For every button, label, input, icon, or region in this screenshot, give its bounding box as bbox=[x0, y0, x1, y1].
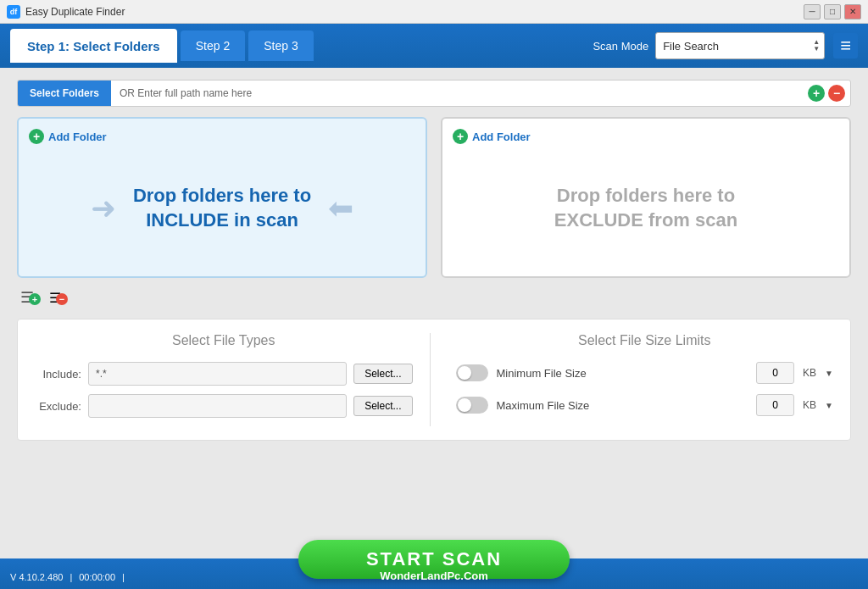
app-header: Step 1: Select Folders Step 2 Step 3 Sca… bbox=[0, 24, 868, 68]
path-input[interactable] bbox=[260, 87, 803, 99]
remove-filter-button[interactable]: ☰ − bbox=[49, 290, 68, 306]
file-types-title: Select File Types bbox=[35, 333, 413, 348]
arrow-right-icon: ➜ bbox=[91, 193, 116, 224]
scan-mode-wrapper: File Search ▲▼ bbox=[655, 32, 825, 59]
close-button[interactable]: ✕ bbox=[844, 4, 861, 19]
file-types-panel: Select File Types Include: Select... Exc… bbox=[35, 333, 431, 426]
path-bar: Select Folders OR Enter full path name h… bbox=[17, 80, 851, 107]
min-unit-dropdown[interactable]: ▼ bbox=[825, 369, 833, 378]
footer-status: V 4.10.2.480 | 00:00:00 | bbox=[10, 572, 125, 582]
add-exclude-folder-button[interactable]: + Add Folder bbox=[453, 129, 839, 144]
include-type-input[interactable] bbox=[88, 362, 347, 386]
file-size-title: Select File Size Limits bbox=[456, 333, 834, 348]
maximize-button[interactable]: □ bbox=[824, 4, 841, 19]
add-include-folder-button[interactable]: + Add Folder bbox=[29, 129, 415, 144]
min-size-label: Minimum File Size bbox=[497, 367, 748, 380]
arrow-left-icon: ⬅ bbox=[328, 193, 353, 224]
time-label: 00:00:00 bbox=[79, 572, 115, 582]
add-overlay-icon: + bbox=[29, 293, 41, 305]
toggle-knob-min bbox=[458, 366, 471, 380]
exclude-select-button[interactable]: Select... bbox=[353, 396, 412, 416]
min-size-toggle[interactable] bbox=[456, 364, 488, 381]
select-folders-button[interactable]: Select Folders bbox=[18, 81, 111, 106]
watermark: WonderLandPc.Com bbox=[380, 570, 488, 582]
main-content: Select Folders OR Enter full path name h… bbox=[0, 68, 868, 558]
window-controls: ─ □ ✕ bbox=[804, 4, 861, 19]
bottom-section: Select File Types Include: Select... Exc… bbox=[17, 319, 851, 441]
remove-path-button[interactable]: − bbox=[828, 85, 845, 102]
file-size-panel: Select File Size Limits Minimum File Siz… bbox=[431, 333, 834, 426]
minimize-button[interactable]: ─ bbox=[804, 4, 821, 19]
scan-mode-label: Scan Mode bbox=[593, 40, 648, 53]
remove-overlay-icon: − bbox=[56, 293, 68, 305]
step2-tab[interactable]: Step 2 bbox=[181, 31, 245, 61]
exclude-drop-body: Drop folders here to EXCLUDE from scan bbox=[453, 151, 839, 266]
max-size-row: Maximum File Size KB ▼ bbox=[456, 394, 834, 416]
title-bar: df Easy Duplicate Finder ─ □ ✕ bbox=[0, 0, 868, 24]
add-filter-button[interactable]: ☰ + bbox=[20, 288, 41, 307]
scan-mode-select[interactable]: File Search bbox=[655, 32, 825, 59]
min-size-input[interactable] bbox=[756, 362, 794, 384]
exclude-type-input[interactable] bbox=[88, 394, 347, 418]
exclude-type-label: Exclude: bbox=[35, 400, 81, 413]
max-size-label: Maximum File Size bbox=[497, 399, 748, 412]
max-size-input[interactable] bbox=[756, 394, 794, 416]
include-select-button[interactable]: Select... bbox=[353, 364, 412, 384]
include-drop-text: Drop folders here to INCLUDE in scan bbox=[133, 184, 311, 232]
min-size-unit: KB bbox=[803, 367, 816, 379]
app-footer: START SCAN V 4.10.2.480 | 00:00:00 | Won… bbox=[0, 558, 868, 589]
include-drop-zone: + Add Folder ➜ Drop folders here to INCL… bbox=[17, 117, 427, 278]
plus-icon: + bbox=[29, 129, 44, 144]
version-label: V 4.10.2.480 bbox=[10, 572, 63, 582]
include-type-label: Include: bbox=[35, 368, 81, 381]
step1-tab[interactable]: Step 1: Select Folders bbox=[10, 29, 177, 63]
exclude-type-row: Exclude: Select... bbox=[35, 394, 413, 418]
max-size-toggle[interactable] bbox=[456, 397, 488, 414]
app-title: Easy Duplicate Finder bbox=[25, 6, 804, 18]
step3-tab[interactable]: Step 3 bbox=[248, 31, 313, 61]
include-type-row: Include: Select... bbox=[35, 362, 413, 386]
toggle-knob-max bbox=[458, 398, 471, 412]
drop-zones-row: + Add Folder ➜ Drop folders here to INCL… bbox=[17, 117, 851, 278]
max-unit-dropdown[interactable]: ▼ bbox=[825, 401, 833, 410]
app-icon: df bbox=[7, 5, 20, 19]
filter-row: ☰ + ☰ − bbox=[17, 288, 851, 307]
exclude-drop-text: Drop folders here to EXCLUDE from scan bbox=[554, 184, 737, 232]
exclude-drop-zone: + Add Folder Drop folders here to EXCLUD… bbox=[441, 117, 851, 278]
hamburger-button[interactable]: ≡ bbox=[833, 33, 858, 58]
add-path-button[interactable]: + bbox=[808, 85, 825, 102]
plus-icon-exclude: + bbox=[453, 129, 468, 144]
max-size-unit: KB bbox=[803, 399, 816, 411]
path-bar-or-text: OR Enter full path name here bbox=[111, 87, 260, 99]
min-size-row: Minimum File Size KB ▼ bbox=[456, 362, 834, 384]
include-drop-body: ➜ Drop folders here to INCLUDE in scan ⬅ bbox=[29, 151, 415, 266]
path-bar-icons: + − bbox=[803, 85, 850, 102]
